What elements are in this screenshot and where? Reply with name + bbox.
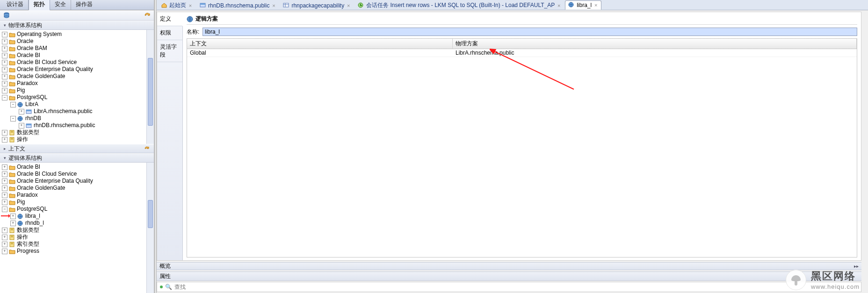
tree-node[interactable]: +Oracle GoldenGate <box>2 73 154 80</box>
panel-tabs: 设计器 拓扑 安全 操作器 <box>0 0 154 10</box>
editor-tab[interactable]: rhnDB.rhnschema.public× <box>196 0 279 10</box>
mapping-grid[interactable]: 上下文 物理方案 Global LibrA.rhnschema.public <box>187 38 857 257</box>
tree-node[interactable]: +LibrA.rhnschema.public <box>19 108 154 115</box>
physical-tree[interactable]: +Operating System+Oracle+Oracle BAM+Orac… <box>0 30 154 144</box>
tree-node[interactable]: +Pig <box>2 87 154 94</box>
tree-node[interactable]: +操作 <box>2 136 154 143</box>
side-tab-flexfields[interactable]: 灵活字段 <box>157 40 182 62</box>
tab-designer[interactable]: 设计器 <box>2 0 29 10</box>
scrollbar[interactable] <box>146 30 154 144</box>
plus-icon[interactable]: + <box>2 130 7 136</box>
tree-node[interactable]: +Paradox <box>2 192 154 199</box>
plus-icon[interactable]: + <box>2 88 7 93</box>
search-input[interactable] <box>174 284 858 290</box>
tree-node[interactable]: +Progress <box>2 248 154 255</box>
name-input[interactable] <box>203 28 857 36</box>
tree-node[interactable]: +Oracle BI Cloud Service <box>2 171 154 178</box>
plus-icon[interactable]: + <box>10 214 16 219</box>
tree-node[interactable]: −PostgreSQL <box>2 94 154 101</box>
close-icon[interactable]: × <box>557 3 561 8</box>
plus-icon[interactable]: + <box>2 164 7 170</box>
form-title: 逻辑方案 <box>187 15 857 25</box>
minus-icon[interactable]: − <box>2 207 7 212</box>
section-physical[interactable]: ▾ 物理体系结构 <box>0 21 154 30</box>
tree-node[interactable]: +rhnDB.rhnschema.public <box>19 122 154 129</box>
tree-node[interactable]: +操作 <box>2 234 154 241</box>
tree-node[interactable]: +Oracle BI <box>2 52 154 59</box>
tree-node[interactable]: +数据类型 <box>2 227 154 234</box>
plus-icon[interactable]: + <box>2 242 7 247</box>
tree-node[interactable]: +Oracle BI <box>2 164 154 171</box>
tree-node[interactable]: +Oracle BI Cloud Service <box>2 59 154 66</box>
col-physical[interactable]: 物理方案 <box>453 39 857 49</box>
plus-icon[interactable]: + <box>2 137 7 143</box>
side-tab-definition[interactable]: 定义 <box>157 12 183 26</box>
preview-strip[interactable]: 概览 ▸▸ <box>157 262 861 270</box>
logical-tree[interactable]: +Oracle BI+Oracle BI Cloud Service+Oracl… <box>0 163 154 256</box>
plus-icon[interactable]: + <box>2 200 7 205</box>
minus-icon[interactable]: − <box>10 102 16 107</box>
plus-icon[interactable]: + <box>2 228 7 233</box>
properties-strip[interactable]: 属性 <box>157 272 861 281</box>
plus-icon[interactable]: + <box>19 123 24 129</box>
tree-label: 数据类型 <box>17 129 39 136</box>
minus-icon[interactable]: − <box>2 95 7 100</box>
refresh-icon[interactable] <box>144 12 151 19</box>
plus-icon[interactable]: + <box>2 60 7 65</box>
editor-tab[interactable]: 起始页× <box>158 0 196 10</box>
plus-icon[interactable]: + <box>2 67 7 72</box>
close-icon[interactable]: × <box>188 3 193 8</box>
close-icon[interactable]: × <box>346 3 351 8</box>
tree-node[interactable]: −rhnDB <box>10 115 154 122</box>
plus-icon[interactable]: + <box>2 74 7 79</box>
tree-node[interactable]: +rhndb_l <box>10 220 154 227</box>
side-tab-permission[interactable]: 权限 <box>157 26 182 40</box>
plus-icon[interactable]: + <box>2 235 7 240</box>
svg-point-2 <box>4 16 9 18</box>
plus-icon[interactable]: + <box>2 186 7 191</box>
tree-node[interactable]: +libra_l <box>10 213 154 220</box>
editor-tab[interactable]: rhnpackagecapability× <box>280 0 354 10</box>
editor-tab[interactable]: libra_l× <box>565 0 601 10</box>
tree-node[interactable]: +Pig <box>2 199 154 206</box>
section-logical[interactable]: ▾ 逻辑体系结构 <box>0 153 154 163</box>
tree-node[interactable]: +Oracle GoldenGate <box>2 185 154 192</box>
plus-icon[interactable]: + <box>2 81 7 86</box>
plus-icon[interactable]: + <box>2 249 7 254</box>
db-icon[interactable] <box>3 12 10 19</box>
tree-node[interactable]: +索引类型 <box>2 241 154 248</box>
tree-node[interactable]: +Oracle Enterprise Data Quality <box>2 66 154 73</box>
tab-security[interactable]: 安全 <box>50 0 71 10</box>
minus-icon[interactable]: − <box>10 116 16 121</box>
tree-node[interactable]: −LibrA <box>10 101 154 108</box>
plus-icon[interactable]: + <box>2 32 7 37</box>
tree-node[interactable]: +Oracle <box>2 38 154 45</box>
editor-tab[interactable]: 会话任务 Insert new rows - LKM SQL to SQL (B… <box>354 0 564 10</box>
tree-node[interactable]: +数据类型 <box>2 129 154 136</box>
tree-node[interactable]: +Oracle Enterprise Data Quality <box>2 178 154 185</box>
chevrons-icon[interactable]: ▸▸ <box>854 264 859 269</box>
close-icon[interactable]: × <box>271 3 276 8</box>
tab-topology[interactable]: 拓扑 <box>29 0 50 10</box>
tree-node[interactable]: +Paradox <box>2 80 154 87</box>
tree-node[interactable]: +Oracle BAM <box>2 45 154 52</box>
tree-label: LibrA.rhnschema.public <box>34 108 92 115</box>
tree-node[interactable]: −PostgreSQL <box>2 206 154 213</box>
tab-operator[interactable]: 操作器 <box>71 0 97 10</box>
plus-icon[interactable]: + <box>10 221 16 226</box>
tree-label: Oracle BI Cloud Service <box>17 171 77 178</box>
plus-icon[interactable]: + <box>2 46 7 51</box>
plus-icon[interactable]: + <box>19 109 24 114</box>
col-context[interactable]: 上下文 <box>187 39 453 49</box>
plus-icon[interactable]: + <box>2 39 7 44</box>
refresh-icon[interactable] <box>144 145 151 152</box>
plus-icon[interactable]: + <box>2 53 7 58</box>
plus-icon[interactable]: + <box>2 193 7 198</box>
tree-node[interactable]: +Operating System <box>2 31 154 38</box>
table-row[interactable]: Global LibrA.rhnschema.public <box>187 49 857 57</box>
section-context[interactable]: ▸ 上下文 <box>0 144 154 153</box>
plus-icon[interactable]: + <box>2 172 7 177</box>
plus-icon[interactable]: + <box>2 179 7 184</box>
close-icon[interactable]: × <box>593 3 598 7</box>
scrollbar[interactable] <box>146 163 154 293</box>
